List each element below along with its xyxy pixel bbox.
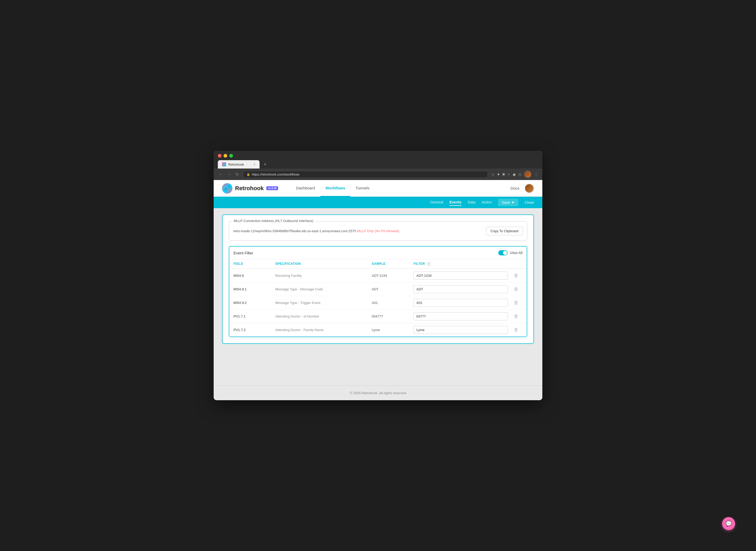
sub-nav-general[interactable]: General (430, 199, 443, 206)
view-all-toggle[interactable] (498, 250, 508, 255)
extension-icon-2[interactable]: ■ (503, 172, 505, 177)
row-sample-2: A01 (372, 301, 414, 305)
chat-icon: 💬 (725, 520, 732, 527)
row-field-4: PV1.7.2 (233, 328, 275, 332)
app-container: 🎣 Retrohook v1.6.35 Dashboard Workflows … (214, 180, 542, 400)
back-button[interactable]: ← (218, 171, 224, 177)
extension-icon-3[interactable]: ○ (508, 172, 510, 177)
sub-nav-data[interactable]: Data (468, 199, 476, 206)
forward-button[interactable]: → (226, 171, 232, 177)
delete-row-4-button[interactable]: 🗑 (510, 326, 523, 334)
user-avatar[interactable] (525, 184, 534, 193)
mllp-legend: MLLP Connection Address (HL7 Outbound In… (232, 219, 315, 223)
main-card: MLLP Connection Address (HL7 Outbound In… (222, 214, 534, 344)
row-field-3: PV1.7.1 (233, 315, 275, 318)
filter-input-2[interactable] (414, 299, 508, 307)
row-sample-1: ADT (372, 287, 414, 291)
delete-row-0-button[interactable]: 🗑 (510, 272, 523, 280)
row-field-1: MSH.9.1 (233, 287, 275, 291)
table-row: PV1.7.2 Attending Doctor - Family Name L… (229, 323, 527, 337)
table-header-row: FIELD SPECIFICATION SAMPLE FILTER i (229, 259, 527, 269)
row-spec-3: Attending Doctor - Id Number (275, 315, 372, 318)
view-all-area: View All (498, 250, 523, 255)
col-header-field: FIELD (233, 262, 275, 266)
delete-row-3-button[interactable]: 🗑 (510, 313, 523, 320)
col-header-filter: FILTER i (414, 262, 510, 266)
col-header-actions (510, 262, 523, 266)
save-button[interactable]: Save ▼ (498, 199, 518, 206)
row-field-0: MSH.6 (233, 274, 275, 278)
logo-text: Retrohook (235, 185, 264, 192)
browser-chrome: Retrohook × + (214, 151, 542, 168)
extension-icon-1[interactable]: ● (497, 172, 500, 177)
nav-workflows[interactable]: Workflows (320, 180, 350, 197)
filter-input-0[interactable] (414, 271, 508, 280)
sub-nav-action[interactable]: Action (482, 199, 492, 206)
copy-to-clipboard-button[interactable]: Copy To Clipboard (486, 227, 523, 235)
row-filter-cell-1 (414, 285, 510, 293)
minimize-window-button[interactable] (223, 154, 227, 157)
page-footer: © 2025 Retrohook. All rights reserved (214, 386, 542, 400)
mllp-section: MLLP Connection Address (HL7 Outbound In… (229, 221, 527, 241)
address-bar: ← → ↻ 🔒 https://retrohook.com/workflows … (214, 168, 542, 180)
table-row: MSH.9.2 Message Type - Trigger Event A01… (229, 296, 527, 310)
address-field[interactable]: 🔒 https://retrohook.com/workflows (243, 171, 488, 178)
more-options-icon[interactable]: ⋮ (534, 172, 538, 177)
url-display: https://retrohook.com/workflows (252, 172, 299, 176)
tab-close-button[interactable]: × (253, 162, 255, 166)
mllp-content: retro-loadb-11hwyrlv0khs-33646bf6d7f5ea6… (233, 227, 523, 235)
tab-bar: Retrohook × + (218, 160, 538, 168)
filter-input-1[interactable] (414, 285, 508, 293)
maximize-window-button[interactable] (229, 154, 233, 157)
mllp-address: retro-loadb-11hwyrlv0khs-33646bf6d7f5ea6… (233, 229, 400, 233)
docs-link[interactable]: Docs (511, 186, 519, 190)
traffic-lights (218, 154, 538, 157)
row-spec-4: Attending Doctor - Family Name (275, 328, 372, 332)
new-tab-button[interactable]: + (262, 161, 269, 168)
tab-favicon (222, 162, 226, 166)
filter-input-3[interactable] (414, 312, 508, 321)
extension-icon-5[interactable]: ◇ (518, 172, 522, 177)
main-nav: Dashboard Workflows Tunnels (290, 180, 374, 197)
delete-row-2-button[interactable]: 🗑 (510, 299, 523, 307)
main-content: MLLP Connection Address (HL7 Outbound In… (214, 208, 542, 386)
row-spec-1: Message Type - Message Code (275, 287, 372, 291)
browser-tab[interactable]: Retrohook × (218, 160, 259, 168)
nav-dashboard[interactable]: Dashboard (290, 180, 320, 197)
row-sample-3: 004777 (372, 315, 414, 318)
event-filter-section: Event Filter View All FIELD SPECIFICATIO… (229, 246, 527, 337)
close-button[interactable]: Close (525, 200, 534, 204)
footer-text: © 2025 Retrohook. All rights reserved (350, 391, 406, 395)
browser-user-avatar[interactable] (524, 171, 531, 178)
nav-buttons: ← → ↻ (218, 171, 240, 177)
row-filter-cell-4 (414, 326, 510, 334)
filter-input-4[interactable] (414, 326, 508, 334)
delete-row-1-button[interactable]: 🗑 (510, 286, 523, 293)
row-filter-cell-0 (414, 271, 510, 280)
view-all-label: View All (510, 251, 523, 255)
reload-button[interactable]: ↻ (234, 171, 240, 177)
sub-nav-events[interactable]: Events (450, 199, 462, 206)
tab-title: Retrohook (228, 162, 244, 166)
chat-button[interactable]: 💬 (722, 517, 735, 530)
row-sample-4: Lyme (372, 328, 414, 332)
extension-icon-4[interactable]: ◆ (513, 172, 516, 177)
bookmark-icon[interactable]: ☆ (491, 172, 495, 177)
save-label: Save (502, 200, 510, 204)
logo-area: 🎣 Retrohook v1.6.35 (222, 183, 278, 193)
lock-icon: 🔒 (246, 173, 250, 176)
logo-icon: 🎣 (222, 183, 232, 193)
row-filter-cell-3 (414, 312, 510, 321)
close-window-button[interactable] (218, 154, 221, 157)
header-right: Docs (511, 184, 534, 193)
browser-window: Retrohook × + ← → ↻ 🔒 https://retrohook.… (214, 151, 542, 400)
row-spec-0: Receiving Facility (275, 274, 372, 278)
filter-info-icon: i (427, 262, 431, 266)
table-row: MSH.6 Receiving Facility ADT-1234 🗑 (229, 269, 527, 283)
row-spec-2: Message Type - Trigger Event (275, 301, 372, 305)
filter-title: Event Filter (233, 251, 253, 255)
nav-tunnels[interactable]: Tunnels (350, 180, 374, 197)
filter-header: Event Filter View All (229, 246, 527, 259)
browser-actions: ☆ ● ■ ○ ◆ ◇ ⋮ (491, 171, 538, 178)
row-field-2: MSH.9.2 (233, 301, 275, 305)
